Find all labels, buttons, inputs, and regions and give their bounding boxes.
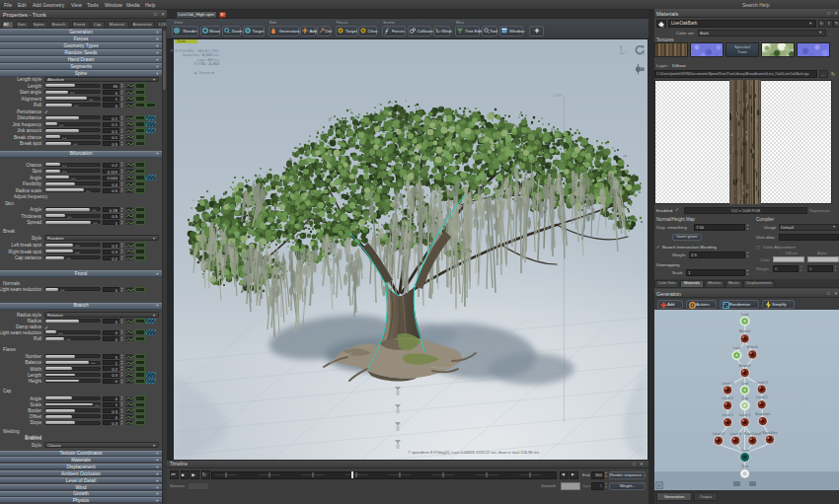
svg-text:Tree: Tree xyxy=(741,465,748,468)
svg-text:Level 2: Level 2 xyxy=(722,396,733,400)
svg-text:Level 3: Level 3 xyxy=(722,382,733,386)
svg-text:Branches: Branches xyxy=(755,412,770,416)
svg-text:Root Level: Root Level xyxy=(744,432,761,436)
svg-text:Knuckles: Knuckles xyxy=(763,431,778,435)
svg-text:Leaf: Leaf xyxy=(741,382,748,386)
svg-text:Level 2: Level 2 xyxy=(756,396,768,399)
svg-text:Leaf: Leaf xyxy=(733,346,740,350)
svg-text:Level 0: Level 0 xyxy=(713,432,725,436)
svg-text:Level 3: Level 3 xyxy=(756,381,768,385)
svg-text:Trunk: Trunk xyxy=(740,449,749,453)
svg-text:Level 1: Level 1 xyxy=(722,413,733,417)
svg-text:Branch: Branch xyxy=(739,364,750,368)
svg-text:Cap: Cap xyxy=(741,396,748,400)
svg-text:Branch: Branch xyxy=(747,345,758,349)
svg-text:Level 0: Level 0 xyxy=(730,432,742,436)
svg-text:Branch: Branch xyxy=(739,329,750,333)
svg-text:Level 1: Level 1 xyxy=(739,413,751,417)
svg-text:Leaf: Leaf xyxy=(741,313,748,317)
